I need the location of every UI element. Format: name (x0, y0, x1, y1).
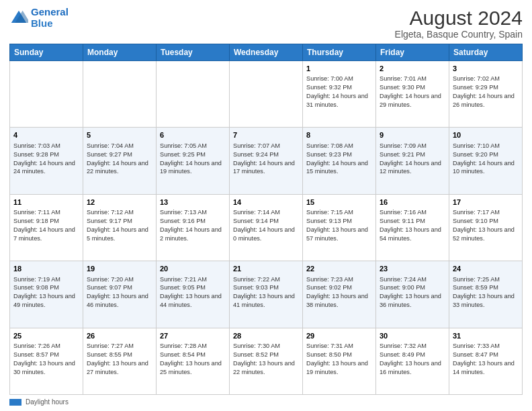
calendar-cell: 24Sunrise: 7:25 AM Sunset: 8:59 PM Dayli… (449, 261, 523, 328)
calendar-header-row: Sunday Monday Tuesday Wednesday Thursday… (10, 44, 523, 61)
day-info: Sunrise: 7:20 AM Sunset: 9:07 PM Dayligh… (87, 275, 152, 310)
calendar-cell: 17Sunrise: 7:17 AM Sunset: 9:10 PM Dayli… (449, 194, 523, 261)
legend-bar-icon (9, 399, 21, 406)
calendar-cell: 1Sunrise: 7:00 AM Sunset: 9:32 PM Daylig… (303, 61, 376, 128)
day-number: 16 (380, 197, 445, 208)
calendar-cell: 16Sunrise: 7:16 AM Sunset: 9:11 PM Dayli… (376, 194, 449, 261)
day-info: Sunrise: 7:07 AM Sunset: 9:24 PM Dayligh… (233, 142, 299, 177)
day-number: 29 (306, 331, 372, 341)
calendar-week-row: 4Sunrise: 7:03 AM Sunset: 9:28 PM Daylig… (10, 128, 523, 194)
day-number: 2 (380, 64, 445, 74)
day-number: 10 (453, 130, 519, 140)
day-number: 31 (453, 331, 519, 341)
legend-label: Daylight hours (26, 398, 69, 406)
day-info: Sunrise: 7:11 AM Sunset: 9:18 PM Dayligh… (13, 208, 79, 243)
day-info: Sunrise: 7:16 AM Sunset: 9:11 PM Dayligh… (380, 208, 445, 243)
calendar-cell: 11Sunrise: 7:11 AM Sunset: 9:18 PM Dayli… (10, 194, 83, 261)
calendar-cell: 25Sunrise: 7:26 AM Sunset: 8:57 PM Dayli… (10, 328, 83, 394)
day-number: 23 (380, 264, 445, 274)
day-number: 3 (453, 64, 519, 74)
calendar-table: Sunday Monday Tuesday Wednesday Thursday… (9, 44, 523, 395)
day-info: Sunrise: 7:30 AM Sunset: 8:52 PM Dayligh… (233, 342, 299, 377)
day-number: 11 (13, 197, 79, 208)
calendar-cell (230, 61, 303, 128)
calendar-cell: 15Sunrise: 7:15 AM Sunset: 9:13 PM Dayli… (303, 194, 376, 261)
day-info: Sunrise: 7:10 AM Sunset: 9:20 PM Dayligh… (453, 142, 519, 177)
calendar-cell: 2Sunrise: 7:01 AM Sunset: 9:30 PM Daylig… (376, 61, 449, 128)
day-number: 15 (306, 197, 372, 208)
day-number: 19 (87, 264, 152, 274)
calendar-cell: 8Sunrise: 7:08 AM Sunset: 9:23 PM Daylig… (303, 128, 376, 194)
day-info: Sunrise: 7:14 AM Sunset: 9:14 PM Dayligh… (233, 208, 299, 243)
day-info: Sunrise: 7:24 AM Sunset: 9:00 PM Dayligh… (380, 275, 445, 310)
day-number: 14 (233, 197, 299, 208)
calendar-cell: 4Sunrise: 7:03 AM Sunset: 9:28 PM Daylig… (10, 128, 83, 194)
day-number: 18 (13, 264, 79, 274)
col-friday: Friday (376, 44, 449, 61)
calendar-cell: 27Sunrise: 7:28 AM Sunset: 8:54 PM Dayli… (157, 328, 230, 394)
day-number: 12 (87, 197, 152, 208)
day-number: 26 (87, 331, 152, 341)
calendar-cell: 18Sunrise: 7:19 AM Sunset: 9:08 PM Dayli… (10, 261, 83, 328)
day-number: 9 (380, 130, 445, 140)
col-tuesday: Tuesday (157, 44, 230, 61)
legend: Daylight hours (9, 398, 523, 406)
day-info: Sunrise: 7:28 AM Sunset: 8:54 PM Dayligh… (160, 342, 226, 377)
calendar-cell (83, 61, 157, 128)
calendar-week-row: 18Sunrise: 7:19 AM Sunset: 9:08 PM Dayli… (10, 261, 523, 328)
subtitle: Elgeta, Basque Country, Spain (395, 29, 523, 40)
day-info: Sunrise: 7:04 AM Sunset: 9:27 PM Dayligh… (87, 142, 152, 177)
day-number: 5 (87, 130, 152, 140)
col-monday: Monday (83, 44, 157, 61)
day-info: Sunrise: 7:15 AM Sunset: 9:13 PM Dayligh… (306, 208, 372, 243)
main-title: August 2024 (395, 7, 523, 29)
day-info: Sunrise: 7:33 AM Sunset: 8:47 PM Dayligh… (453, 342, 519, 377)
logo-text: General Blue (31, 7, 69, 29)
day-number: 20 (160, 264, 226, 274)
col-sunday: Sunday (10, 44, 83, 61)
day-number: 17 (453, 197, 519, 208)
calendar-cell: 20Sunrise: 7:21 AM Sunset: 9:05 PM Dayli… (157, 261, 230, 328)
calendar-cell (157, 61, 230, 128)
calendar-week-row: 11Sunrise: 7:11 AM Sunset: 9:18 PM Dayli… (10, 194, 523, 261)
calendar-cell: 3Sunrise: 7:02 AM Sunset: 9:29 PM Daylig… (449, 61, 523, 128)
calendar-cell: 28Sunrise: 7:30 AM Sunset: 8:52 PM Dayli… (230, 328, 303, 394)
day-number: 28 (233, 331, 299, 341)
calendar-cell: 12Sunrise: 7:12 AM Sunset: 9:17 PM Dayli… (83, 194, 157, 261)
day-number: 22 (306, 264, 372, 274)
col-wednesday: Wednesday (230, 44, 303, 61)
day-number: 7 (233, 130, 299, 140)
day-info: Sunrise: 7:17 AM Sunset: 9:10 PM Dayligh… (453, 208, 519, 243)
calendar-cell: 6Sunrise: 7:05 AM Sunset: 9:25 PM Daylig… (157, 128, 230, 194)
calendar-week-row: 1Sunrise: 7:00 AM Sunset: 9:32 PM Daylig… (10, 61, 523, 128)
calendar-cell: 26Sunrise: 7:27 AM Sunset: 8:55 PM Dayli… (83, 328, 157, 394)
calendar-week-row: 25Sunrise: 7:26 AM Sunset: 8:57 PM Dayli… (10, 328, 523, 394)
day-info: Sunrise: 7:12 AM Sunset: 9:17 PM Dayligh… (87, 208, 152, 243)
calendar-cell: 13Sunrise: 7:13 AM Sunset: 9:16 PM Dayli… (157, 194, 230, 261)
col-saturday: Saturday (449, 44, 523, 61)
day-number: 24 (453, 264, 519, 274)
day-info: Sunrise: 7:22 AM Sunset: 9:03 PM Dayligh… (233, 275, 299, 310)
day-info: Sunrise: 7:32 AM Sunset: 8:49 PM Dayligh… (380, 342, 445, 377)
day-number: 6 (160, 130, 226, 140)
calendar-cell: 9Sunrise: 7:09 AM Sunset: 9:21 PM Daylig… (376, 128, 449, 194)
day-number: 25 (13, 331, 79, 341)
day-number: 8 (306, 130, 372, 140)
calendar-cell: 19Sunrise: 7:20 AM Sunset: 9:07 PM Dayli… (83, 261, 157, 328)
day-info: Sunrise: 7:21 AM Sunset: 9:05 PM Dayligh… (160, 275, 226, 310)
day-info: Sunrise: 7:13 AM Sunset: 9:16 PM Dayligh… (160, 208, 226, 243)
logo-icon (9, 9, 28, 28)
day-number: 4 (13, 130, 79, 140)
title-block: August 2024 Elgeta, Basque Country, Spai… (395, 7, 523, 40)
calendar-cell: 14Sunrise: 7:14 AM Sunset: 9:14 PM Dayli… (230, 194, 303, 261)
calendar-cell: 10Sunrise: 7:10 AM Sunset: 9:20 PM Dayli… (449, 128, 523, 194)
day-info: Sunrise: 7:26 AM Sunset: 8:57 PM Dayligh… (13, 342, 79, 377)
day-info: Sunrise: 7:27 AM Sunset: 8:55 PM Dayligh… (87, 342, 152, 377)
day-info: Sunrise: 7:03 AM Sunset: 9:28 PM Dayligh… (13, 142, 79, 177)
day-info: Sunrise: 7:31 AM Sunset: 8:50 PM Dayligh… (306, 342, 372, 377)
day-info: Sunrise: 7:23 AM Sunset: 9:02 PM Dayligh… (306, 275, 372, 310)
day-number: 13 (160, 197, 226, 208)
header: General Blue August 2024 Elgeta, Basque … (9, 7, 523, 40)
page: General Blue August 2024 Elgeta, Basque … (0, 0, 532, 411)
calendar-cell (10, 61, 83, 128)
